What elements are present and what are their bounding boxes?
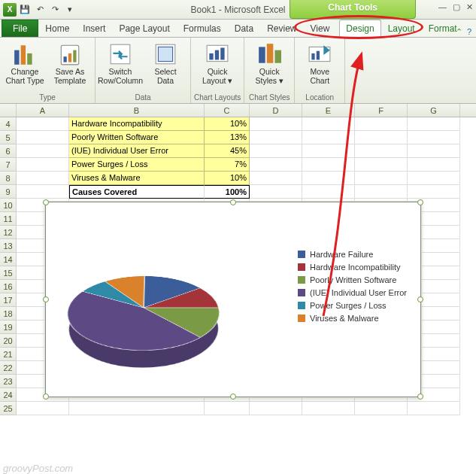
resize-handle[interactable] — [417, 199, 423, 205]
resize-handle[interactable] — [230, 393, 236, 400]
cell[interactable] — [17, 144, 69, 158]
resize-handle[interactable] — [417, 393, 423, 400]
cell[interactable]: Viruses & Malware — [69, 172, 205, 185]
row-header[interactable]: 17 — [0, 293, 17, 307]
tab-view[interactable]: View — [304, 20, 337, 37]
legend-item[interactable]: Hardware Failure — [298, 250, 407, 259]
cell[interactable] — [302, 158, 355, 172]
cell[interactable] — [355, 144, 408, 158]
excel-icon[interactable]: X — [3, 3, 17, 17]
pie-chart[interactable] — [68, 232, 234, 368]
cell[interactable] — [17, 158, 69, 172]
column-header[interactable]: A — [17, 104, 69, 117]
column-header[interactable]: B — [69, 104, 205, 117]
cell[interactable]: 100% — [205, 185, 250, 199]
legend-item[interactable]: (IUE) Individual User Error — [298, 288, 407, 297]
qat-customize-icon[interactable]: ▾ — [63, 3, 77, 17]
row-header[interactable]: 13 — [0, 239, 17, 253]
row-header[interactable]: 9 — [0, 185, 17, 199]
cell[interactable] — [408, 158, 460, 172]
tab-formulas[interactable]: Formulas — [177, 20, 228, 37]
row-header[interactable]: 20 — [0, 334, 17, 348]
row-header[interactable]: 18 — [0, 307, 17, 321]
cell[interactable] — [408, 402, 460, 415]
tab-file[interactable]: File — [2, 20, 38, 37]
resize-handle[interactable] — [43, 393, 49, 400]
column-header[interactable]: F — [355, 104, 408, 117]
cell[interactable] — [250, 144, 302, 158]
cell[interactable] — [408, 172, 460, 185]
spreadsheet-grid[interactable]: ABCDEFG 4Hardware Incompatibility10%5Poo… — [0, 104, 476, 463]
column-header[interactable]: D — [250, 104, 302, 117]
embedded-chart[interactable]: Hardware FailureHardware Incompatibility… — [45, 202, 421, 397]
cell[interactable] — [302, 144, 355, 158]
column-header[interactable]: E — [302, 104, 355, 117]
cell[interactable] — [408, 117, 460, 131]
tab-review[interactable]: Review — [260, 20, 303, 37]
ribbon-btn-quick[interactable]: QuickLayout ▾ — [196, 39, 239, 87]
cell[interactable] — [408, 131, 460, 144]
column-header[interactable]: C — [205, 104, 250, 117]
cell[interactable]: 45% — [205, 144, 250, 158]
legend-item[interactable]: Power Surges / Loss — [298, 301, 407, 310]
ribbon-btn-save-as[interactable]: Save AsTemplate — [48, 39, 92, 87]
row-header[interactable]: 7 — [0, 158, 17, 172]
cell[interactable] — [69, 402, 205, 415]
cell[interactable]: (IUE) Individual User Error — [69, 144, 205, 158]
help-icon[interactable]: ? — [467, 27, 471, 37]
cell[interactable] — [17, 402, 69, 415]
cell[interactable] — [250, 402, 302, 415]
ribbon-btn-select[interactable]: SelectData — [144, 39, 187, 87]
resize-handle[interactable] — [417, 296, 423, 302]
cell[interactable] — [250, 117, 302, 131]
chart-legend[interactable]: Hardware FailureHardware Incompatibility… — [298, 246, 407, 327]
ribbon-btn-quick[interactable]: QuickStyles ▾ — [247, 39, 291, 87]
save-icon[interactable]: 💾 — [18, 3, 32, 17]
minimize-icon[interactable]: — — [438, 2, 447, 12]
cell[interactable] — [355, 117, 408, 131]
cell[interactable] — [355, 131, 408, 144]
cell[interactable]: Causes Covered — [69, 185, 205, 199]
cell[interactable]: 10% — [205, 117, 250, 131]
resize-handle[interactable] — [230, 199, 236, 205]
ribbon-collapse-icon[interactable]: ⌃ — [456, 27, 462, 37]
cell[interactable] — [355, 158, 408, 172]
row-header[interactable]: 11 — [0, 212, 17, 226]
cell[interactable] — [250, 158, 302, 172]
cell[interactable]: 10% — [205, 172, 250, 185]
cell[interactable] — [302, 117, 355, 131]
cell[interactable]: Hardware Incompatibility — [69, 117, 205, 131]
ribbon-btn-change[interactable]: ChangeChart Type — [3, 39, 47, 87]
legend-item[interactable]: Poorly Written Software — [298, 275, 407, 284]
cell[interactable] — [355, 172, 408, 185]
row-header[interactable]: 25 — [0, 402, 17, 415]
row-header[interactable]: 15 — [0, 266, 17, 280]
cell[interactable] — [250, 172, 302, 185]
tab-page-layout[interactable]: Page Layout — [112, 20, 176, 37]
cell[interactable] — [17, 117, 69, 131]
row-header[interactable]: 14 — [0, 253, 17, 266]
legend-item[interactable]: Hardware Incompatibility — [298, 263, 407, 272]
row-header[interactable]: 22 — [0, 361, 17, 375]
resize-handle[interactable] — [43, 296, 49, 302]
column-header[interactable]: G — [408, 104, 460, 117]
cell[interactable] — [302, 131, 355, 144]
ribbon-btn-move[interactable]: MoveChart — [298, 39, 341, 87]
resize-handle[interactable] — [43, 199, 49, 205]
cell[interactable] — [302, 185, 355, 199]
cell[interactable] — [250, 185, 302, 199]
tab-design[interactable]: Design — [339, 20, 380, 38]
cell[interactable] — [17, 185, 69, 199]
row-header[interactable]: 10 — [0, 199, 17, 212]
row-header[interactable]: 23 — [0, 375, 17, 388]
row-header[interactable]: 16 — [0, 280, 17, 293]
cell[interactable] — [302, 402, 355, 415]
row-header[interactable]: 19 — [0, 321, 17, 334]
undo-icon[interactable]: ↶ — [33, 3, 47, 17]
row-header[interactable]: 24 — [0, 388, 17, 402]
cell[interactable] — [355, 402, 408, 415]
tab-home[interactable]: Home — [38, 20, 76, 37]
cell[interactable]: 13% — [205, 131, 250, 144]
tab-insert[interactable]: Insert — [76, 20, 112, 37]
legend-item[interactable]: Viruses & Malware — [298, 314, 407, 323]
